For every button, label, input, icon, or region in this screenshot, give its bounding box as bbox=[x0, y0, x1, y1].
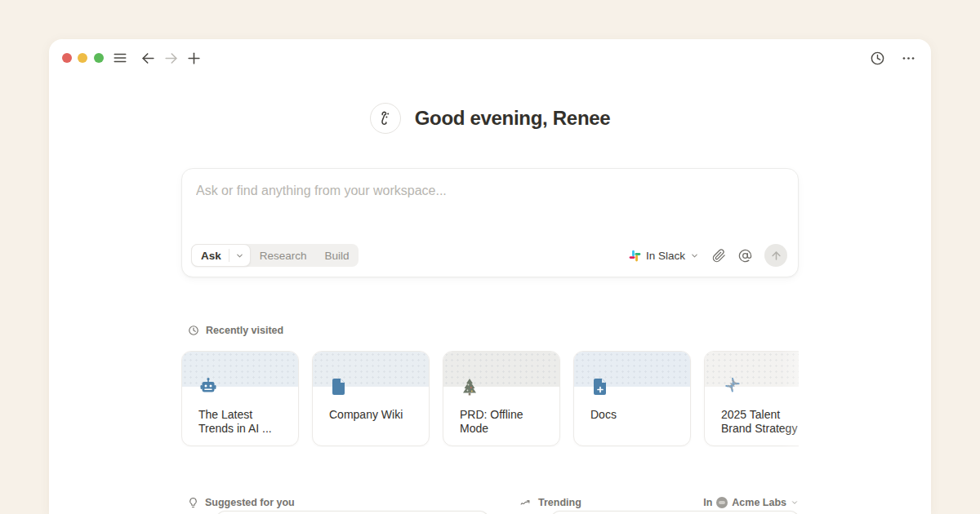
slack-icon bbox=[629, 250, 641, 262]
trending-card-top bbox=[551, 511, 799, 514]
card-title: The Latest Trends in AI ... bbox=[198, 408, 287, 436]
trending-up-icon bbox=[519, 498, 532, 508]
robot-icon bbox=[198, 377, 218, 397]
slack-context-picker[interactable]: In Slack bbox=[626, 250, 702, 262]
suggested-for-you-label: Suggested for you bbox=[205, 497, 295, 508]
more-options-icon[interactable] bbox=[899, 49, 917, 67]
document-icon bbox=[329, 377, 349, 397]
chevron-down-icon bbox=[690, 251, 699, 260]
card-title: Company Wiki bbox=[329, 408, 417, 422]
card-title: 2025 Talent Brand Strategy bbox=[721, 408, 799, 436]
recent-card[interactable]: The Latest Trends in AI ... bbox=[181, 351, 299, 446]
workspace-picker[interactable]: In Acme Labs bbox=[694, 497, 799, 508]
notion-ai-face-icon bbox=[370, 103, 401, 134]
tree-icon bbox=[460, 377, 479, 397]
lightbulb-icon bbox=[188, 497, 198, 508]
workspace-prefix: In bbox=[703, 497, 712, 508]
suggested-card-top bbox=[216, 511, 488, 514]
mention-at-icon[interactable] bbox=[735, 246, 755, 265]
workspace-name: Acme Labs bbox=[732, 497, 786, 508]
greeting-text: Good evening, Renee bbox=[415, 107, 611, 130]
ask-box: Ask Research Build In bbox=[181, 168, 799, 277]
zoom-window-button[interactable] bbox=[94, 53, 104, 63]
recent-card[interactable]: PRD: Offline Mode bbox=[443, 351, 560, 446]
clock-icon bbox=[188, 325, 199, 336]
card-cover bbox=[705, 352, 799, 387]
recently-visited-label: Recently visited bbox=[206, 325, 283, 336]
document-plus-icon bbox=[590, 377, 610, 397]
recently-visited-cards: The Latest Trends in AI ... Company Wiki… bbox=[181, 351, 799, 447]
card-title: Docs bbox=[590, 408, 679, 422]
titlebar bbox=[49, 39, 931, 77]
mode-ask-button[interactable]: Ask bbox=[191, 244, 251, 267]
dna-icon bbox=[721, 377, 741, 397]
ask-input[interactable] bbox=[196, 179, 776, 203]
greeting-row: Good evening, Renee bbox=[49, 103, 931, 134]
suggested-for-you-header: Suggested for you bbox=[188, 497, 295, 508]
send-button[interactable] bbox=[764, 244, 787, 267]
ask-toolbar: Ask Research Build In bbox=[191, 244, 787, 267]
recent-card[interactable]: Docs bbox=[573, 351, 691, 446]
attach-paperclip-icon[interactable] bbox=[709, 246, 728, 265]
mode-selector: Ask Research Build bbox=[191, 244, 359, 267]
forward-arrow-icon[interactable] bbox=[162, 49, 180, 67]
workspace-logo-icon bbox=[716, 497, 728, 508]
mode-ask-label: Ask bbox=[192, 250, 229, 262]
card-title: PRD: Offline Mode bbox=[460, 408, 548, 436]
mode-research-button[interactable]: Research bbox=[251, 250, 316, 262]
recent-card[interactable]: Company Wiki bbox=[312, 351, 430, 446]
back-arrow-icon[interactable] bbox=[139, 49, 157, 67]
chevron-down-icon bbox=[791, 498, 799, 507]
recent-card[interactable]: 2025 Talent Brand Strategy bbox=[704, 351, 799, 446]
trending-label: Trending bbox=[538, 497, 581, 508]
new-page-icon[interactable] bbox=[185, 49, 203, 67]
trending-header: Trending bbox=[519, 497, 581, 508]
slack-context-label: In Slack bbox=[646, 250, 685, 262]
app-window: Good evening, Renee Ask Research Build bbox=[49, 39, 931, 514]
mode-build-button[interactable]: Build bbox=[316, 250, 359, 262]
recently-visited-header: Recently visited bbox=[188, 325, 283, 336]
minimize-window-button[interactable] bbox=[78, 53, 87, 63]
close-window-button[interactable] bbox=[62, 53, 72, 63]
sidebar-menu-icon[interactable] bbox=[111, 49, 129, 67]
ask-right-tools: In Slack bbox=[626, 244, 787, 267]
chevron-down-icon[interactable] bbox=[229, 251, 250, 260]
history-clock-icon[interactable] bbox=[868, 49, 886, 67]
